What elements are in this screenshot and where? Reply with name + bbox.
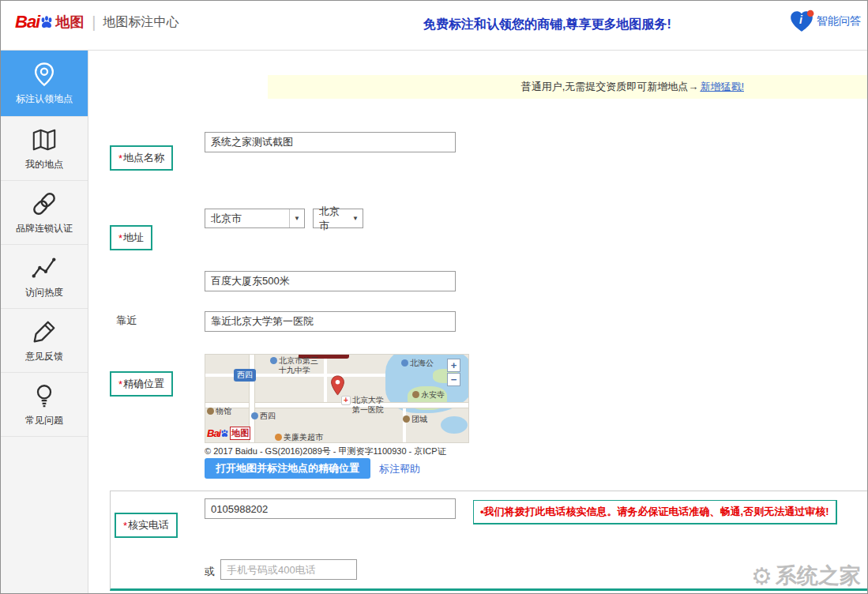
precise-location-label: * 精确位置 [110, 371, 173, 397]
site-title: 地图标注中心 [103, 14, 178, 31]
sidebar-item-brand-chain[interactable]: 品牌连锁认证 [1, 181, 88, 245]
phone-warning-text: •我们将拨打此电话核实信息。请务必保证电话准确、畅通,否则无法通过审核! [473, 500, 837, 524]
sidebar-item-feedback[interactable]: 意见反馈 [1, 309, 88, 373]
watermark-text: 系统之家 [776, 562, 861, 590]
chain-link-icon [31, 190, 58, 217]
map-poi-hospital: + 北京大学 第一医院 [341, 396, 384, 414]
baidu-paw-icon [220, 429, 229, 438]
map-preview[interactable]: 北京市第三 十九中学 西四 西四 北海公 永安寺 团城 [205, 354, 469, 443]
qa-heart-icon: i [788, 9, 815, 34]
temple-icon [412, 391, 419, 398]
poi-text: 西四 [260, 412, 276, 421]
logo-text-bai: Bai [207, 427, 220, 439]
map-poi-metro-xisi: 西四 [251, 412, 276, 421]
smart-qa-button[interactable]: i 智能问答 [788, 9, 861, 34]
label-text: 核实电话 [128, 518, 169, 532]
zoom-out-button[interactable]: − [447, 373, 460, 386]
address-label: * 地址 [110, 225, 152, 250]
promo-text: 免费标注和认领您的商铺,尊享更多地图服务! [423, 17, 671, 33]
near-input[interactable] [205, 311, 456, 332]
near-label: 靠近 [116, 314, 137, 328]
map-road [324, 355, 327, 402]
city-value: 北京市 [319, 205, 348, 233]
sidebar-item-annotate-claim[interactable]: 标注认领地点 [1, 51, 88, 117]
required-mark: * [123, 520, 127, 532]
map-road [205, 402, 468, 408]
map-poi-tuancheng: 团城 [403, 415, 427, 424]
chevron-down-icon: ▼ [289, 209, 304, 227]
logo-divider: | [92, 13, 96, 32]
pencil-icon [31, 318, 58, 345]
map-poi-beihai: 北海公 [401, 359, 434, 368]
baidu-maps-logo[interactable]: Bai 地图 | 地图标注中心 [15, 12, 178, 32]
poi-text: 北京大学 [352, 396, 384, 405]
qa-label: 智能问答 [817, 14, 861, 28]
map-marker-pin [330, 375, 345, 396]
street-address-input[interactable] [205, 271, 456, 291]
province-value: 北京市 [211, 212, 242, 226]
gear-icon: ⚙ [751, 562, 772, 590]
place-name-label: * 地点名称 [110, 145, 173, 171]
place-name-input[interactable] [205, 132, 456, 152]
folded-map-icon [31, 126, 58, 153]
poi-text: 永安寺 [421, 390, 445, 400]
map-baidu-logo: Bai 地图 [207, 427, 250, 440]
zoom-in-button[interactable]: + [447, 359, 460, 372]
notice-text: 普通用户,无需提交资质即可新增地点→ [521, 80, 699, 94]
sidebar-item-visit-heat[interactable]: 访问热度 [1, 245, 88, 309]
location-pin-icon [31, 61, 58, 88]
metro-icon [401, 359, 408, 367]
poi-text: 第一医院 [352, 405, 384, 415]
hospital-cross-icon: + [341, 396, 351, 405]
map-attribution: © 2017 Baidu - GS(2016)2089号 - 甲测资字11009… [205, 446, 473, 457]
temple-icon [403, 415, 410, 423]
alt-phone-input[interactable] [220, 559, 357, 580]
page: Bai 地图 | 地图标注中心 免费标注和认领您的商铺,尊享更多地图服务! i … [0, 0, 868, 594]
metro-icon [251, 412, 258, 419]
school-icon [270, 357, 277, 364]
sidebar-item-label: 我的地点 [25, 158, 63, 171]
logo-text-bai: Bai [15, 12, 39, 32]
qa-i-glyph: i [799, 13, 802, 26]
province-select[interactable]: 北京市 ▼ [205, 209, 305, 228]
label-text: 地点名称 [123, 151, 164, 165]
line-chart-icon [31, 254, 58, 281]
sidebar-item-my-places[interactable]: 我的地点 [1, 117, 88, 181]
chevron-down-icon: ▼ [348, 215, 363, 222]
verify-phone-input[interactable] [205, 498, 456, 519]
sidebar-item-label: 意见反馈 [25, 350, 63, 363]
sidebar-item-label: 标注认领地点 [16, 92, 73, 106]
city-select[interactable]: 北京市 ▼ [313, 209, 363, 228]
logo-text-map: 地图 [55, 13, 84, 32]
poi-text: 物馆 [216, 407, 231, 416]
supermarket-icon [275, 434, 282, 441]
poi-text: 团城 [411, 415, 427, 424]
annotation-help-link[interactable]: 标注帮助 [379, 462, 420, 476]
watermark: ⚙ 系统之家 [751, 562, 861, 590]
label-text: 地址 [123, 231, 144, 245]
poi-text: 北海公 [410, 359, 434, 368]
or-label: 或 [205, 565, 215, 579]
sidebar-item-label: 品牌连锁认证 [16, 222, 73, 235]
museum-icon [207, 408, 214, 415]
poi-text: 北京市第三 [279, 356, 318, 366]
map-road [403, 408, 406, 443]
header: Bai 地图 | 地图标注中心 免费标注和认领您的商铺,尊享更多地图服务! i … [1, 1, 867, 51]
poi-text: 十九中学 [279, 366, 318, 375]
open-map-button[interactable]: 打开地图并标注地点的精确位置 [205, 458, 370, 479]
verify-phone-label: * 核实电话 [115, 513, 178, 538]
add-new-place-link[interactable]: 新增猛戳! [700, 80, 744, 94]
map-poi-supermarket: 美廉美超市 [275, 433, 323, 442]
map-poi-museum: 物馆 [207, 407, 231, 416]
sidebar-item-faq[interactable]: 常见问题 [1, 373, 88, 437]
baidu-paw-icon [39, 15, 54, 29]
required-mark: * [118, 152, 122, 164]
logo-text-map: 地图 [230, 427, 250, 440]
poi-text: 美廉美超市 [284, 433, 323, 442]
map-poi-school: 北京市第三 十九中学 [270, 356, 318, 374]
map-poi-temple: 永安寺 [412, 390, 445, 400]
notice-bar: 普通用户,无需提交资质即可新增地点→ 新增猛戳! [268, 75, 868, 99]
lightbulb-icon [31, 382, 58, 409]
sidebar-item-label: 常见问题 [25, 414, 63, 427]
map-road-sign-xisi: 西四 [234, 369, 256, 382]
